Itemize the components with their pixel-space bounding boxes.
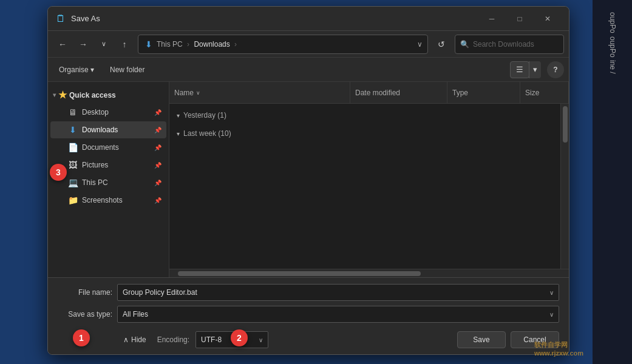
watermark-line2: www.rjzxw.com: [534, 349, 583, 357]
search-placeholder: Search Downloads: [473, 40, 534, 49]
form-area: File name: Group Policy Editor.bat ∨ Sav…: [48, 277, 569, 354]
column-size[interactable]: Size: [520, 82, 569, 103]
group-lastweek-label: Last week (10): [183, 129, 231, 138]
pin-icon-documents: 📌: [154, 144, 161, 151]
pin-icon-screenshots: 📌: [154, 197, 161, 204]
save-as-dialog: 🗒 Save As ─ □ ✕ ← → ∨ ↑ ⬇ This PC › Down…: [47, 6, 569, 355]
close-button[interactable]: ✕: [534, 9, 562, 29]
savetype-input[interactable]: All Files ∨: [117, 306, 559, 323]
quick-access-label: Quick access: [69, 91, 116, 99]
help-button[interactable]: ?: [547, 61, 564, 78]
sidebar-item-pictures[interactable]: 🖼 Pictures 📌: [50, 157, 166, 174]
step-badge-1: 1: [73, 329, 90, 346]
expand-icon: ▾: [53, 92, 56, 98]
forward-button[interactable]: →: [73, 35, 93, 54]
savetype-row: Save as type: All Files ∨: [58, 306, 559, 323]
pin-icon-pictures: 📌: [154, 162, 161, 169]
search-box[interactable]: 🔍 Search Downloads: [455, 35, 564, 54]
navigation-toolbar: ← → ∨ ↑ ⬇ This PC › Downloads › ∨ ↺ 🔍 Se…: [48, 31, 569, 58]
new-folder-label: New folder: [110, 66, 144, 74]
filename-input[interactable]: Group Policy Editor.bat ∨: [117, 284, 559, 301]
savetype-chevron-icon: ∨: [549, 311, 554, 318]
hscrollbar-thumb[interactable]: [178, 271, 421, 276]
hide-chevron-icon: ∧: [123, 335, 129, 344]
address-text: This PC › Downloads ›: [157, 40, 415, 49]
quick-access-header[interactable]: ▾ ★ Quick access: [48, 87, 169, 103]
encoding-value: UTF-8: [201, 335, 222, 344]
view-chevron-button[interactable]: ▾: [529, 61, 541, 78]
sidebar-item-pictures-label: Pictures: [82, 161, 108, 169]
titlebar: 🗒 Save As ─ □ ✕: [48, 7, 569, 31]
side-panel: oupPo oupPo ine /: [593, 0, 632, 364]
star-icon: ★: [58, 89, 67, 101]
sidebar-item-downloads-label: Downloads: [82, 126, 118, 134]
sidebar-item-downloads[interactable]: ⬇ Downloads 📌: [50, 121, 166, 138]
refresh-button[interactable]: ↺: [432, 35, 451, 54]
save-label: Save: [473, 335, 489, 344]
pin-icon-thispc: 📌: [154, 180, 161, 186]
group-expand-icon: ▾: [177, 112, 180, 119]
content-area: ▾ ★ Quick access 🖥 Desktop 📌 ⬇ Downloads…: [48, 82, 569, 277]
dialog-icon: 🗒: [55, 13, 66, 24]
sidebar-item-desktop-label: Desktop: [82, 108, 109, 116]
downloads-icon: ⬇: [67, 124, 78, 135]
file-group-yesterday[interactable]: ▾ Yesterday (1): [169, 106, 560, 124]
address-separator2: ›: [234, 40, 237, 49]
organise-menu-button[interactable]: Organise ▾: [53, 61, 100, 78]
address-chevron-icon[interactable]: ∨: [417, 40, 423, 49]
help-label: ?: [553, 66, 557, 74]
address-separator1: ›: [187, 40, 189, 49]
horizontal-scrollbar[interactable]: [169, 269, 569, 277]
encoding-chevron-icon: ∨: [259, 337, 263, 343]
pin-icon-downloads: 📌: [154, 127, 161, 133]
encoding-label: Encoding:: [157, 335, 189, 344]
new-folder-button[interactable]: New folder: [103, 61, 152, 78]
filename-value: Group Policy Editor.bat: [123, 288, 197, 297]
group-yesterday-label: Yesterday (1): [183, 111, 226, 120]
sidebar-item-documents[interactable]: 📄 Documents 📌: [50, 139, 166, 156]
column-name[interactable]: Name ∨: [169, 82, 350, 103]
sort-chevron: ∨: [196, 90, 200, 96]
form-buttons: ∧ Hide Encoding: UTF-8 ∨ Save Cancel: [58, 328, 559, 348]
sidebar-item-screenshots[interactable]: 📁 Screenshots 📌: [50, 192, 166, 209]
address-bar[interactable]: ⬇ This PC › Downloads › ∨: [138, 35, 428, 54]
desktop-icon: 🖥: [67, 107, 78, 118]
pin-icon-desktop: 📌: [154, 109, 161, 116]
view-button[interactable]: ☰: [510, 61, 529, 78]
back-button[interactable]: ←: [53, 35, 72, 54]
vertical-scrollbar[interactable]: [560, 104, 569, 269]
filename-chevron-icon: ∨: [549, 289, 554, 296]
column-date-modified[interactable]: Date modified: [350, 82, 447, 103]
file-column-headers: Name ∨ Date modified Type Size: [169, 82, 569, 104]
view-icon: ☰: [516, 65, 523, 74]
up-button[interactable]: ↑: [115, 35, 134, 54]
watermark-line1: 软件自学网: [534, 340, 583, 349]
pictures-icon: 🖼: [67, 160, 78, 170]
maximize-button[interactable]: □: [506, 9, 534, 29]
save-button[interactable]: Save: [457, 331, 506, 348]
side-panel-text3: ine /: [608, 60, 617, 74]
titlebar-controls: ─ □ ✕: [478, 9, 562, 29]
hide-button[interactable]: ∧ Hide: [117, 331, 152, 348]
search-icon: 🔍: [460, 40, 469, 49]
sidebar-item-screenshots-label: Screenshots: [82, 196, 123, 204]
dialog-title: Save As: [71, 14, 478, 23]
side-panel-text2: oupPo: [608, 36, 617, 58]
minimize-button[interactable]: ─: [478, 9, 506, 29]
file-area: Name ∨ Date modified Type Size ▾: [169, 82, 569, 277]
address-part-pc[interactable]: This PC: [157, 40, 183, 49]
sidebar-item-desktop[interactable]: 🖥 Desktop 📌: [50, 104, 166, 121]
scrollbar-thumb[interactable]: [563, 106, 568, 143]
savetype-label: Save as type:: [58, 310, 112, 318]
sidebar-item-thispc-label: This PC: [82, 178, 108, 187]
side-panel-text: oupPo: [608, 12, 617, 33]
sidebar-item-thispc[interactable]: 💻 This PC 📌: [50, 174, 166, 191]
file-list: ▾ Yesterday (1) ▾ Last week (10): [169, 104, 560, 269]
file-group-lastweek[interactable]: ▾ Last week (10): [169, 124, 560, 143]
menubar: Organise ▾ New folder ☰ ▾ ?: [48, 58, 569, 82]
filename-label: File name:: [58, 288, 112, 297]
recent-locations-button[interactable]: ∨: [94, 35, 114, 54]
column-type[interactable]: Type: [447, 82, 520, 103]
watermark: 软件自学网 www.rjzxw.com: [534, 340, 583, 357]
address-part-downloads[interactable]: Downloads: [194, 40, 229, 49]
